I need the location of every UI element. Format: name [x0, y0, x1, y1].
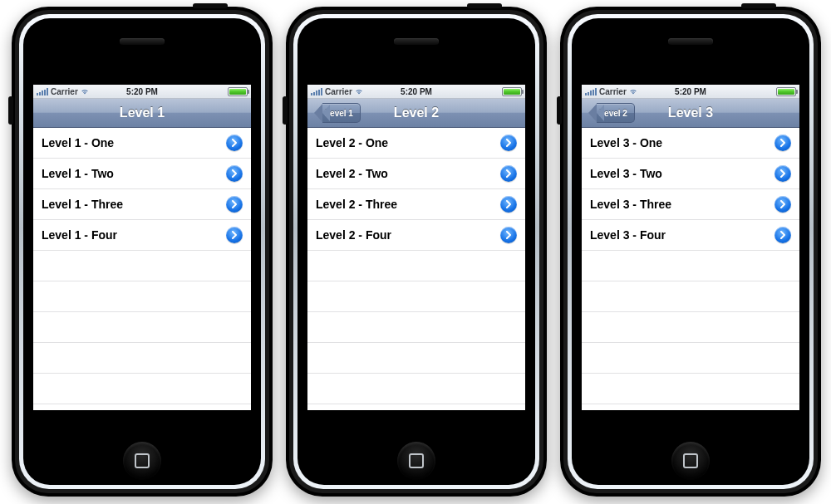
- disclosure-icon[interactable]: [500, 165, 517, 182]
- disclosure-icon[interactable]: [500, 135, 517, 151]
- back-button[interactable]: Level 1: [314, 104, 361, 122]
- wifi-icon: [629, 88, 637, 95]
- table-row[interactable]: Level 2 - Two: [307, 159, 525, 189]
- row-label: Level 3 - Two: [590, 167, 662, 180]
- table-row[interactable]: Level 3 - Two: [582, 159, 799, 189]
- back-button[interactable]: Level 2: [588, 104, 635, 122]
- status-bar: Carrier 5:20 PM: [33, 85, 251, 99]
- row-label: Level 2 - Four: [316, 228, 391, 242]
- power-button[interactable]: [467, 3, 502, 8]
- row-label: Level 2 - Two: [316, 167, 388, 180]
- disclosure-icon[interactable]: [774, 135, 791, 151]
- table-row: [582, 251, 799, 281]
- signal-icon: [585, 88, 597, 95]
- home-button[interactable]: [397, 442, 435, 480]
- table-row: [582, 374, 799, 404]
- status-bar: Carrier 5:20 PM: [582, 85, 799, 99]
- table-row: [582, 404, 799, 410]
- table-view[interactable]: Level 1 - One Level 1 - Two Level 1 - Th…: [33, 128, 251, 410]
- table-view[interactable]: Level 2 - One Level 2 - Two Level 2 - Th…: [307, 128, 525, 410]
- battery-icon: [776, 87, 796, 96]
- phone-0: Carrier 5:20 PM Level 1 Level 1 - One Le…: [12, 7, 273, 497]
- table-row: [307, 343, 525, 374]
- table-row[interactable]: Level 1 - Two: [33, 159, 251, 189]
- phone-2: Carrier 5:20 PM Level 2 Level 3 Level 3 …: [560, 7, 821, 497]
- table-row: [307, 251, 525, 281]
- home-button[interactable]: [671, 442, 710, 480]
- nav-title: Level 2: [394, 105, 439, 120]
- earpiece: [668, 38, 713, 45]
- table-row[interactable]: Level 3 - Four: [582, 220, 799, 251]
- disclosure-icon[interactable]: [226, 135, 243, 151]
- row-label: Level 1 - Four: [42, 228, 117, 242]
- nav-bar: Level 1: [33, 99, 251, 128]
- screen: Carrier 5:20 PM Level 2 Level 3 Level 3 …: [582, 85, 799, 410]
- carrier-label: Carrier: [51, 87, 78, 96]
- table-row: [307, 374, 525, 404]
- wifi-icon: [81, 88, 89, 95]
- carrier-label: Carrier: [599, 87, 627, 96]
- silent-switch[interactable]: [557, 96, 562, 125]
- disclosure-icon[interactable]: [226, 165, 243, 182]
- disclosure-icon[interactable]: [500, 196, 517, 213]
- row-label: Level 1 - Two: [42, 167, 114, 180]
- disclosure-icon[interactable]: [774, 227, 791, 243]
- battery-icon: [502, 87, 522, 96]
- home-button[interactable]: [123, 442, 161, 480]
- disclosure-icon[interactable]: [500, 227, 517, 243]
- table-row: [33, 343, 251, 374]
- phone-1: Carrier 5:20 PM Level 1 Level 2 Level 2 …: [286, 7, 547, 497]
- disclosure-icon[interactable]: [226, 196, 243, 213]
- disclosure-icon[interactable]: [774, 196, 791, 213]
- table-row[interactable]: Level 1 - Four: [33, 220, 251, 251]
- table-row[interactable]: Level 1 - Three: [33, 189, 251, 220]
- row-label: Level 1 - One: [42, 136, 114, 149]
- table-row: [33, 374, 251, 404]
- wifi-icon: [355, 88, 363, 95]
- row-label: Level 3 - Three: [590, 198, 671, 211]
- table-row[interactable]: Level 2 - One: [307, 128, 525, 159]
- table-row: [582, 312, 799, 343]
- row-label: Level 2 - One: [316, 136, 388, 149]
- nav-title: Level 3: [668, 105, 713, 120]
- disclosure-icon[interactable]: [774, 165, 791, 182]
- table-row[interactable]: Level 2 - Four: [307, 220, 525, 251]
- status-bar: Carrier 5:20 PM: [307, 85, 525, 99]
- table-row: [33, 312, 251, 343]
- screen: Carrier 5:20 PM Level 1 Level 2 Level 2 …: [307, 85, 525, 410]
- power-button[interactable]: [741, 3, 776, 8]
- silent-switch[interactable]: [8, 96, 13, 125]
- carrier-label: Carrier: [325, 87, 352, 96]
- earpiece: [394, 38, 439, 45]
- table-row: [582, 281, 799, 312]
- table-view[interactable]: Level 3 - One Level 3 - Two Level 3 - Th…: [582, 128, 799, 410]
- disclosure-icon[interactable]: [226, 227, 243, 243]
- table-row: [33, 251, 251, 281]
- signal-icon: [311, 88, 322, 95]
- table-row[interactable]: Level 3 - One: [582, 128, 799, 159]
- stage: { "status": { "carrier": "Carrier", "tim…: [0, 0, 831, 504]
- table-row[interactable]: Level 2 - Three: [307, 189, 525, 220]
- nav-title: Level 1: [120, 105, 165, 120]
- row-label: Level 3 - Four: [590, 228, 666, 242]
- table-row: [307, 281, 525, 312]
- table-row[interactable]: Level 3 - Three: [582, 189, 799, 220]
- row-label: Level 3 - One: [590, 136, 662, 149]
- table-row: [307, 312, 525, 343]
- table-row: [307, 404, 525, 410]
- table-row: [582, 343, 799, 374]
- signal-icon: [37, 88, 48, 95]
- nav-bar: Level 2 Level 3: [582, 99, 799, 128]
- table-row[interactable]: Level 1 - One: [33, 128, 251, 159]
- nav-bar: Level 1 Level 2: [307, 99, 525, 128]
- power-button[interactable]: [193, 3, 228, 8]
- battery-icon: [228, 87, 248, 96]
- table-row: [33, 281, 251, 312]
- screen: Carrier 5:20 PM Level 1 Level 1 - One Le…: [33, 85, 251, 410]
- row-label: Level 1 - Three: [42, 198, 123, 211]
- row-label: Level 2 - Three: [316, 198, 397, 211]
- silent-switch[interactable]: [283, 96, 288, 125]
- table-row: [33, 404, 251, 410]
- earpiece: [120, 38, 165, 45]
